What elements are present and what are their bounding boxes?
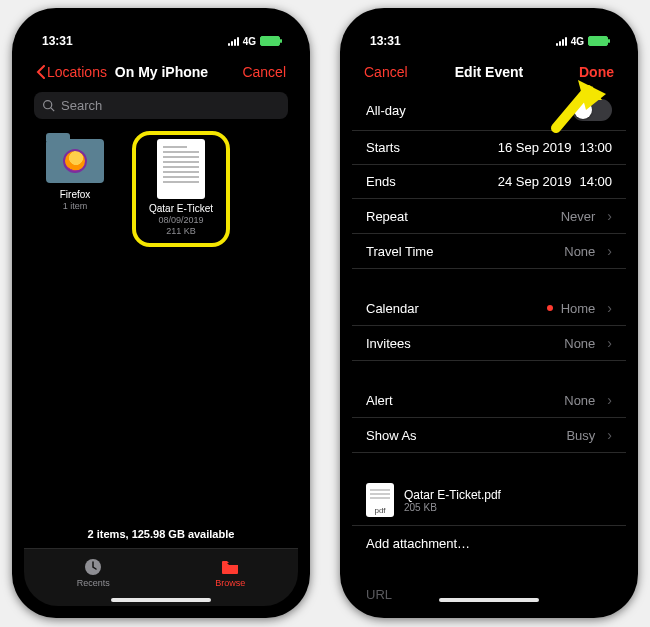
network-label: 4G — [571, 36, 584, 47]
cancel-button[interactable]: Cancel — [216, 64, 286, 80]
document-icon — [157, 139, 205, 199]
status-time: 13:31 — [370, 34, 401, 48]
file-size: 211 KB — [142, 226, 220, 237]
nav-title: Edit Event — [455, 64, 523, 80]
chevron-right-icon: › — [607, 208, 612, 224]
search-placeholder: Search — [61, 98, 102, 113]
row-ends[interactable]: Ends 24 Sep 2019 14:00 — [352, 165, 626, 199]
cancel-button[interactable]: Cancel — [364, 64, 434, 80]
attachment-item[interactable]: pdf Qatar E-Ticket.pdf 205 KB — [352, 475, 626, 526]
back-label: Locations — [47, 64, 107, 80]
add-attachment-button[interactable]: Add attachment… — [352, 526, 626, 561]
nav-bar: Locations On My iPhone Cancel — [24, 54, 298, 90]
row-travel-time[interactable]: Travel Time None› — [352, 234, 626, 269]
network-label: 4G — [243, 36, 256, 47]
chevron-right-icon: › — [607, 427, 612, 443]
allday-toggle[interactable] — [572, 99, 612, 121]
home-indicator[interactable] — [439, 598, 539, 602]
folder-icon — [46, 139, 104, 183]
search-input[interactable]: Search — [34, 92, 288, 119]
folder-firefox[interactable]: Firefox 1 item — [36, 133, 114, 247]
signal-icon — [228, 37, 239, 46]
row-alert[interactable]: Alert None› — [352, 383, 626, 418]
notch — [424, 20, 554, 42]
file-name: Qatar E-Ticket — [142, 203, 220, 215]
chevron-left-icon — [36, 65, 45, 79]
storage-status: 2 items, 125.98 GB available — [24, 528, 298, 540]
starts-time: 13:00 — [579, 140, 612, 155]
notch — [96, 20, 226, 42]
attachment-name: Qatar E-Ticket.pdf — [404, 488, 501, 502]
row-allday[interactable]: All-day — [352, 90, 626, 131]
row-calendar[interactable]: Calendar Home› — [352, 291, 626, 326]
row-invitees[interactable]: Invitees None› — [352, 326, 626, 361]
chevron-right-icon: › — [607, 300, 612, 316]
folder-name: Firefox — [36, 189, 114, 201]
signal-icon — [556, 37, 567, 46]
allday-label: All-day — [366, 103, 406, 118]
ends-time: 14:00 — [579, 174, 612, 189]
home-indicator[interactable] — [111, 598, 211, 602]
clock-icon — [83, 557, 103, 577]
status-time: 13:31 — [42, 34, 73, 48]
svg-line-1 — [51, 108, 54, 111]
iphone-calendar-edit: 13:31 4G Cancel Edit Event Done All-day … — [340, 8, 638, 618]
chevron-right-icon: › — [607, 335, 612, 351]
chevron-right-icon: › — [607, 243, 612, 259]
search-icon — [42, 99, 55, 112]
row-repeat[interactable]: Repeat Never› — [352, 199, 626, 234]
tab-browse[interactable]: Browse — [215, 557, 245, 588]
nav-bar: Cancel Edit Event Done — [352, 54, 626, 90]
attachment-size: 205 KB — [404, 502, 501, 513]
file-qatar-eticket[interactable]: Qatar E-Ticket 08/09/2019 211 KB — [142, 139, 220, 237]
back-button[interactable]: Locations — [36, 64, 107, 80]
battery-icon — [588, 36, 608, 46]
folder-icon — [220, 557, 240, 577]
row-show-as[interactable]: Show As Busy› — [352, 418, 626, 453]
file-date: 08/09/2019 — [142, 215, 220, 226]
svg-point-0 — [44, 101, 52, 109]
iphone-files-app: 13:31 4G Locations On My iPhone Cancel S… — [12, 8, 310, 618]
ends-date: 24 Sep 2019 — [498, 174, 572, 189]
pdf-icon: pdf — [366, 483, 394, 517]
battery-icon — [260, 36, 280, 46]
row-starts[interactable]: Starts 16 Sep 2019 13:00 — [352, 131, 626, 165]
tab-recents[interactable]: Recents — [77, 557, 110, 588]
highlight-annotation: Qatar E-Ticket 08/09/2019 211 KB — [132, 131, 230, 247]
firefox-icon — [63, 149, 87, 173]
done-button[interactable]: Done — [544, 64, 614, 80]
folder-meta: 1 item — [36, 201, 114, 212]
calendar-color-dot — [547, 305, 553, 311]
starts-date: 16 Sep 2019 — [498, 140, 572, 155]
nav-title: On My iPhone — [115, 64, 208, 80]
chevron-right-icon: › — [607, 392, 612, 408]
